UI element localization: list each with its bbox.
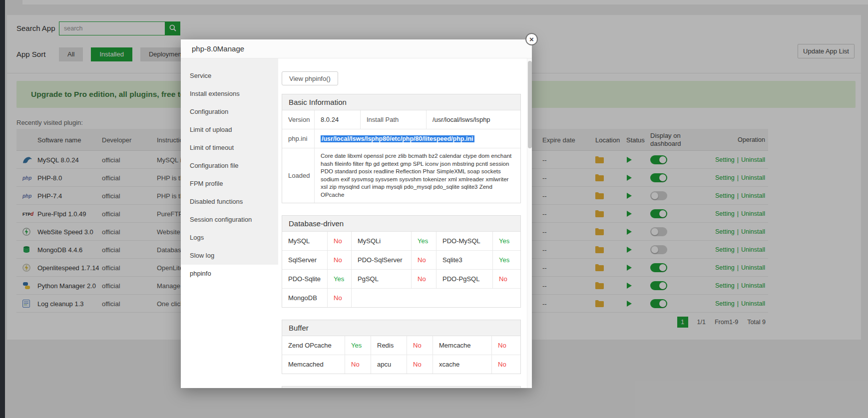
extension-label: Memcached <box>282 355 345 374</box>
extension-label: PgSQL <box>351 270 411 288</box>
view-phpinfo-button[interactable]: View phpinfo() <box>282 71 338 85</box>
extension-status: No <box>492 270 520 288</box>
extension-status: No <box>327 251 351 269</box>
loaded-label: Loaded <box>282 148 314 203</box>
menu-item-phpinfo[interactable]: phpinfo <box>181 265 278 283</box>
section-basic-information: Basic Information Version 8.0.24 Install… <box>282 94 521 203</box>
extension-label: Sqlite3 <box>436 251 492 269</box>
extension-label: xcache <box>433 355 491 374</box>
extension-status: Yes <box>411 232 436 250</box>
section-partial <box>282 386 521 388</box>
extension-status: Yes <box>345 336 371 355</box>
modal-menu: ServiceInstall extensionsConfigurationLi… <box>181 58 278 283</box>
menu-item-logs[interactable]: Logs <box>181 229 278 247</box>
menu-item-limit-of-upload[interactable]: Limit of upload <box>181 121 278 139</box>
menu-item-disabled-functions[interactable]: Disabled functions <box>181 193 278 211</box>
version-value: 8.0.24 <box>314 110 360 129</box>
phpini-label: php.ini <box>282 129 314 148</box>
extension-label: MySQLi <box>351 232 411 250</box>
extension-label: PDO-SqlServer <box>351 251 411 269</box>
extension-label: PDO-PgSQL <box>436 270 492 288</box>
menu-item-session-configuration[interactable]: Session configuration <box>181 211 278 229</box>
extension-status: No <box>411 270 436 288</box>
extension-label: Memcache <box>433 336 491 355</box>
menu-item-slow-log[interactable]: Slow log <box>181 247 278 265</box>
extension-status: Yes <box>492 232 520 250</box>
menu-item-fpm-profile[interactable]: FPM profile <box>181 175 278 193</box>
extension-status: No <box>407 355 433 374</box>
phpini-path-selected-text: /usr/local/lsws/lsphp80/etc/php/80/lites… <box>321 135 474 142</box>
database-grid: MySQLNoMySQLiYesPDO-MySQLYesSqlServerNoP… <box>282 232 520 307</box>
extension-status: Yes <box>492 251 520 269</box>
version-label: Version <box>282 110 314 129</box>
menu-item-configuration[interactable]: Configuration <box>181 103 278 121</box>
menu-item-configuration-file[interactable]: Configuration file <box>181 157 278 175</box>
php-manage-modal: × php-8.0Manage ServiceInstall extension… <box>181 39 532 388</box>
section-database-driven: Database-driven MySQLNoMySQLiYesPDO-MySQ… <box>282 215 521 308</box>
buffer-grid: Zend OPcacheYesRedisNoMemcacheNoMemcache… <box>282 336 520 374</box>
extension-status: No <box>491 336 520 355</box>
close-icon[interactable]: × <box>525 33 538 45</box>
section-buffer: Buffer Zend OPcacheYesRedisNoMemcacheNoM… <box>282 320 521 374</box>
modal-scrollbar[interactable] <box>527 58 532 388</box>
grid-row: PDO-SqliteYesPgSQLNoPDO-PgSQLNo <box>282 269 520 288</box>
section-title: Database-driven <box>282 216 520 232</box>
menu-item-service[interactable]: Service <box>181 67 278 85</box>
extension-status: No <box>411 251 436 269</box>
section-title <box>282 387 520 388</box>
grid-row: MongoDBNo <box>282 288 520 307</box>
extension-label: SqlServer <box>282 251 327 269</box>
extension-label: apcu <box>371 355 407 374</box>
extension-label: Zend OPcache <box>282 336 345 355</box>
extension-status: No <box>327 232 351 250</box>
grid-row: MemcachedNoapcuNoxcacheNo <box>282 355 520 374</box>
menu-item-install-extensions[interactable]: Install extensions <box>181 85 278 103</box>
extension-label: PDO-MySQL <box>436 232 492 250</box>
loaded-modules-value: Core date libxml openssl pcre zlib bcmat… <box>314 148 520 203</box>
extension-status: No <box>345 355 371 374</box>
extension-status: Yes <box>327 270 351 288</box>
grid-row: MySQLNoMySQLiYesPDO-MySQLYes <box>282 232 520 250</box>
grid-row: SqlServerNoPDO-SqlServerNoSqlite3Yes <box>282 250 520 269</box>
extension-label: Redis <box>371 336 407 355</box>
install-path-label: Install Path <box>360 110 426 129</box>
modal-header: php-8.0Manage <box>181 39 532 58</box>
modal-content: View phpinfo() Basic Information Version… <box>278 58 532 388</box>
extension-label: MySQL <box>282 232 327 250</box>
scrollbar-thumb[interactable] <box>528 61 532 148</box>
extension-label: MongoDB <box>282 289 327 307</box>
extension-label: PDO-Sqlite <box>282 270 327 288</box>
menu-item-limit-of-timeout[interactable]: Limit of timeout <box>181 139 278 157</box>
section-title: Buffer <box>282 320 520 336</box>
extension-status: No <box>491 355 520 374</box>
grid-row: Zend OPcacheYesRedisNoMemcacheNo <box>282 336 520 355</box>
modal-title: php-8.0Manage <box>181 44 244 53</box>
install-path-value: /usr/local/lsws/lsphp <box>426 110 520 129</box>
extension-status: No <box>327 289 351 307</box>
extension-status: No <box>407 336 433 355</box>
empty-cell <box>351 289 520 307</box>
section-title: Basic Information <box>282 94 520 110</box>
